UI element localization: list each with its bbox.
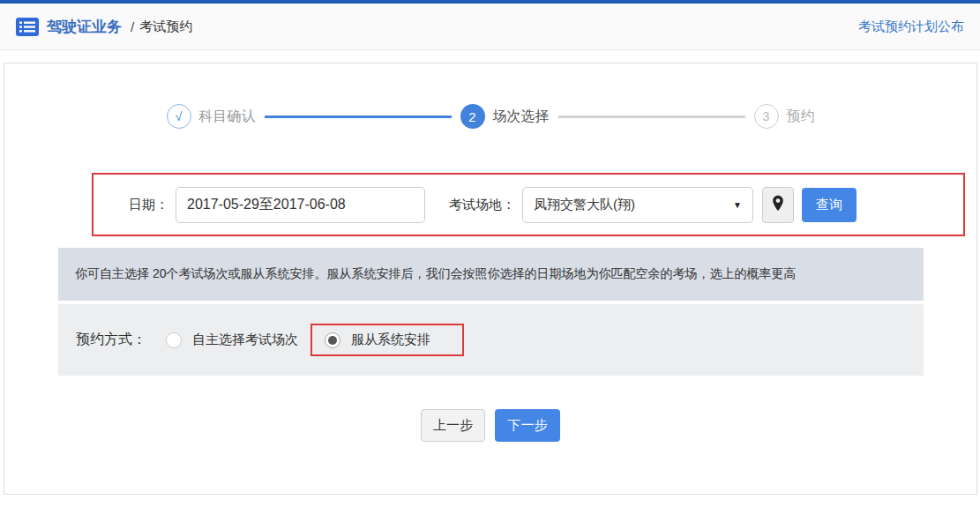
radio-option-self-select[interactable]: 自主选择考试场次 [166,332,298,348]
radio-option-label: 服从系统安排 [351,332,430,348]
step-check-icon: √ [167,104,191,129]
list-icon [16,18,39,36]
wizard-actions: 上一步 下一步 [4,409,976,442]
notice-text: 你可自主选择 20个考试场次或服从系统安排。服从系统安排后，我们会按照你选择的日… [75,266,796,282]
venue-selected-value: 凤翔交警大队(翔) [534,197,635,213]
stepper-connector-pending [558,116,745,118]
step-session-select: 2 场次选择 [460,104,550,129]
radio-option-system-arrange[interactable]: 服从系统安排 [325,332,430,348]
breadcrumb: 驾驶证业务 / 考试预约 [16,17,192,37]
map-location-button[interactable] [762,187,794,223]
previous-step-button[interactable]: 上一步 [421,409,485,442]
breadcrumb-separator: / [131,19,134,34]
query-form-highlight-box: 日期： 考试场地： 凤翔交警大队(翔) ▼ 查询 [92,173,965,236]
date-label: 日期： [129,197,168,213]
notice-bar: 你可自主选择 20个考试场次或服从系统安排。服从系统安排后，我们会按照你选择的日… [58,248,924,301]
radio-option-highlight-box: 服从系统安排 [310,324,464,356]
venue-label: 考试场地： [449,197,515,213]
search-button[interactable]: 查询 [802,188,857,222]
main-panel: √ 科目确认 2 场次选择 3 预约 日期： 考试场地： 凤翔交警大队(翔) ▼ [4,63,977,495]
page-header: 驾驶证业务 / 考试预约 考试预约计划公布 [0,4,980,50]
progress-stepper: √ 科目确认 2 场次选择 3 预约 [4,63,976,129]
date-range-input[interactable] [176,187,425,223]
chevron-down-icon: ▼ [733,200,742,210]
radio-unchecked-icon[interactable] [166,332,182,348]
radio-checked-icon[interactable] [325,332,340,348]
step-number: 2 [460,104,485,129]
step-label: 科目确认 [199,108,256,126]
booking-method-label: 预约方式： [76,331,146,349]
venue-select[interactable]: 凤翔交警大队(翔) ▼ [522,187,753,223]
step-number: 3 [754,104,779,129]
booking-method-section: 预约方式： 自主选择考试场次 服从系统安排 [58,304,924,376]
page-title: 驾驶证业务 [47,17,122,37]
step-label: 预约 [787,108,815,126]
next-step-button[interactable]: 下一步 [495,409,560,442]
exam-plan-link[interactable]: 考试预约计划公布 [858,19,964,35]
radio-option-label: 自主选择考试场次 [192,332,298,348]
map-pin-icon [772,195,784,214]
step-booking: 3 预约 [754,104,815,129]
stepper-connector-done [265,116,452,118]
step-label: 场次选择 [493,108,550,126]
step-subject-confirm: √ 科目确认 [167,104,256,129]
breadcrumb-current: 考试预约 [139,19,192,35]
